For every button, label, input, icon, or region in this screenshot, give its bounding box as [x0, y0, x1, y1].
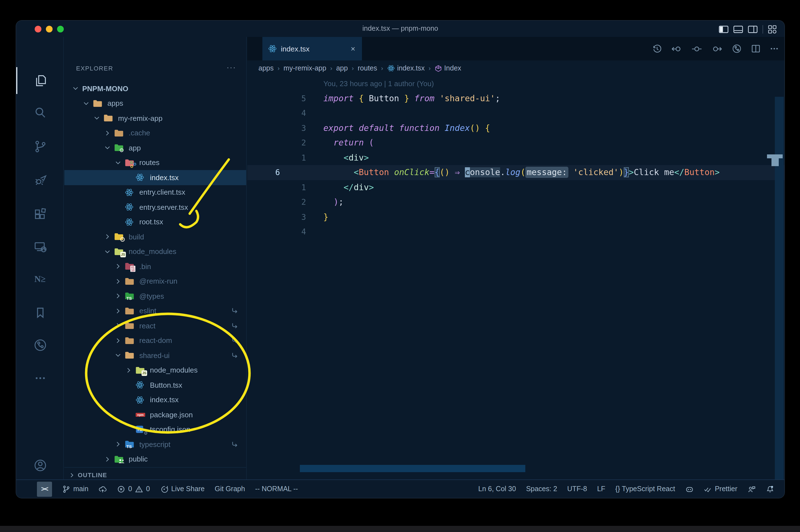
tree-item-tsconfig-json[interactable]: TS⚙tsconfig.json: [64, 422, 246, 437]
status-eol[interactable]: LF: [597, 485, 605, 493]
tree-item-index-tsx[interactable]: index.tsx: [64, 170, 246, 185]
tree-item-react[interactable]: react: [64, 318, 246, 333]
activity-more[interactable]: [16, 365, 64, 392]
window-title: index.tsx — pnpm-mono: [16, 21, 784, 37]
activity-search[interactable]: [16, 99, 64, 127]
symlink-icon: [231, 441, 238, 448]
tree-item-entry-server-tsx[interactable]: entry.server.tsx: [64, 200, 246, 214]
tree-item--bin[interactable]: 0110.bin: [64, 259, 246, 274]
tree-item-apps[interactable]: apps: [64, 96, 246, 111]
tree-item--remix-run[interactable]: @remix-run: [64, 274, 246, 289]
customize-layout-icon[interactable]: [768, 25, 777, 33]
tree-item-public[interactable]: public: [64, 452, 246, 467]
tree-item--types[interactable]: TS@types: [64, 289, 246, 303]
toggle-secondary-sidebar-icon[interactable]: [748, 25, 758, 33]
toggle-sidebar-icon[interactable]: [719, 25, 728, 33]
status-label: Ln 6, Col 30: [478, 485, 516, 493]
folder-icon: JS: [135, 365, 146, 375]
tree-item-pnpm-mono[interactable]: PNPM-MONO: [64, 81, 246, 96]
folder-icon: [103, 114, 114, 123]
code-line: 4: [247, 106, 784, 120]
change-icon[interactable]: [691, 44, 702, 53]
status-indentation[interactable]: Spaces: 2: [526, 485, 557, 493]
dock-strip: [0, 526, 800, 532]
tree-item-build[interactable]: build: [64, 229, 246, 244]
status-cursor-position[interactable]: Ln 6, Col 30: [478, 485, 516, 493]
breadcrumb-apps[interactable]: apps: [259, 64, 273, 72]
chevron-icon: [111, 264, 125, 269]
folder-icon: [125, 336, 135, 345]
tree-item-typescript[interactable]: TStypescript: [64, 437, 246, 452]
remote-indicator[interactable]: ><: [37, 481, 52, 496]
more-actions-icon[interactable]: [770, 44, 779, 53]
status-copilot[interactable]: [685, 485, 693, 493]
tree-item-label: node_modules: [129, 248, 176, 256]
tree-item--cache[interactable]: .cache: [64, 126, 246, 140]
breadcrumb-label: apps: [259, 64, 273, 72]
tree-item-eslint[interactable]: eslint: [64, 303, 246, 318]
next-change-icon[interactable]: [711, 44, 722, 53]
tree-item-entry-client-tsx[interactable]: entry.client.tsx: [64, 185, 246, 200]
tree-item-label: node_modules: [150, 366, 198, 375]
breadcrumb-routes[interactable]: routes: [358, 64, 377, 72]
tree-item-button-tsx[interactable]: Button.tsx: [64, 378, 246, 393]
activity-remote-explorer[interactable]: [16, 234, 64, 261]
outline-label: OUTLINE: [78, 472, 107, 478]
activity-extensions[interactable]: [16, 201, 64, 228]
breadcrumb-index[interactable]: Index: [435, 64, 461, 72]
tab-index-tsx[interactable]: index.tsx ×: [262, 37, 362, 60]
activity-nx-console[interactable]: N≥: [16, 266, 64, 292]
tree-item-shared-ui[interactable]: shared-ui: [64, 348, 246, 363]
tree-item-node-modules[interactable]: JSnode_modules: [64, 244, 246, 259]
status-notifications[interactable]: [766, 485, 774, 493]
activity-source-control[interactable]: [16, 133, 64, 160]
breadcrumb-label: routes: [358, 64, 377, 72]
status-prettier[interactable]: Prettier: [704, 485, 737, 493]
tree-item-app[interactable]: ⚙app: [64, 140, 246, 155]
status-sync-changes[interactable]: [98, 485, 107, 493]
desktop: index.tsx — pnpm-mono: [0, 0, 800, 532]
code-editor[interactable]: You, 23 hours ago | 1 author (You)5impor…: [247, 76, 784, 465]
horizontal-scrollbar[interactable]: [300, 465, 525, 472]
status-git-branch[interactable]: main: [62, 485, 89, 493]
status-vim-mode[interactable]: -- NORMAL --: [255, 485, 298, 493]
activity-account[interactable]: [16, 452, 64, 479]
activity-git-graph[interactable]: [16, 332, 64, 359]
explorer-more-icon[interactable]: ···: [227, 63, 236, 72]
status-encoding[interactable]: UTF-8: [567, 485, 587, 493]
chevron-icon: [101, 249, 114, 254]
breadcrumb-app[interactable]: app: [336, 64, 348, 72]
tree-item-root-tsx[interactable]: root.tsx: [64, 214, 246, 229]
breadcrumb-my-remix-app[interactable]: my-remix-app: [284, 64, 326, 72]
tree-item-index-tsx[interactable]: index.tsx: [64, 393, 246, 407]
status-feedback[interactable]: [747, 485, 756, 493]
overview-ruler-marker: [772, 158, 779, 166]
activity-bookmarks[interactable]: [16, 299, 64, 326]
previous-change-icon[interactable]: [671, 44, 682, 53]
tree-item-node-modules[interactable]: JSnode_modules: [64, 363, 246, 378]
tree-item-routes[interactable]: routes: [64, 155, 246, 170]
toggle-panel-icon[interactable]: [734, 25, 743, 33]
status-live-share[interactable]: Live Share: [160, 485, 205, 493]
tree-item-react-dom[interactable]: react-dom: [64, 333, 246, 348]
activity-explorer[interactable]: [16, 67, 64, 94]
status-problems[interactable]: 00: [117, 485, 150, 493]
chevron-icon: [101, 130, 114, 136]
chevron-icon: [90, 115, 103, 121]
tree-item-label: eslint: [139, 307, 156, 315]
git-graph-icon[interactable]: [732, 44, 742, 54]
code-text: }: [323, 209, 328, 224]
split-editor-icon[interactable]: [751, 44, 760, 53]
breadcrumb-index-tsx[interactable]: index.tsx: [387, 64, 425, 72]
activity-run-debug[interactable]: [16, 167, 64, 193]
folder-icon: [125, 158, 135, 168]
timeline-icon[interactable]: [652, 44, 662, 53]
tree-item-package-json[interactable]: npmpackage.json: [64, 407, 246, 422]
status-language-mode[interactable]: {} TypeScript React: [615, 485, 675, 493]
tree-item-label: @remix-run: [139, 277, 177, 286]
tree-item-label: react: [139, 322, 155, 330]
tree-item-my-remix-app[interactable]: my-remix-app: [64, 111, 246, 126]
status-git-graph[interactable]: Git Graph: [215, 485, 245, 493]
explorer-header: EXPLORER ···: [64, 61, 246, 78]
close-tab-icon[interactable]: ×: [350, 44, 356, 53]
